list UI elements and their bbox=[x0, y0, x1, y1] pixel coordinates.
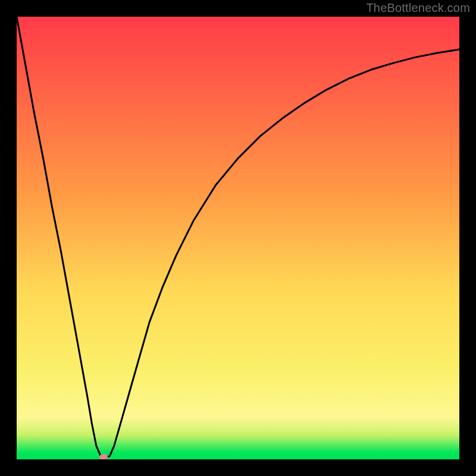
watermark-text: TheBottleneck.com bbox=[366, 1, 470, 15]
chart-frame: TheBottleneck.com bbox=[0, 0, 476, 476]
optimal-point-marker bbox=[99, 454, 108, 459]
bottleneck-curve bbox=[17, 17, 459, 459]
plot-area bbox=[17, 17, 459, 459]
